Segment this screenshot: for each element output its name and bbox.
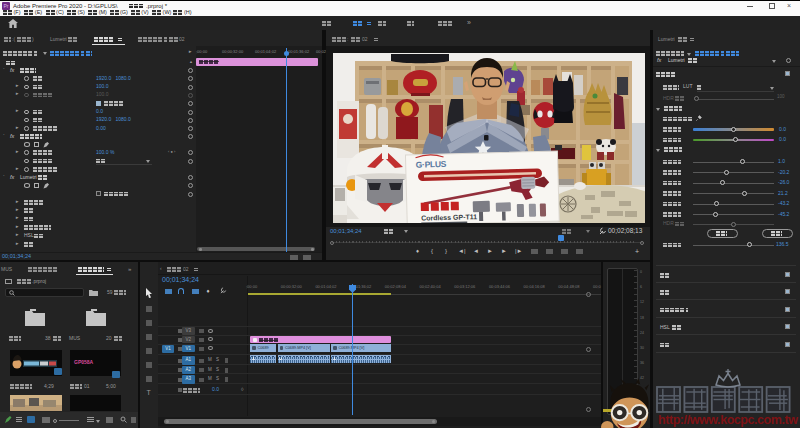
svg-text:G·PLUS: G·PLUS: [416, 159, 447, 170]
svg-text:Cordless GP-T11: Cordless GP-T11: [421, 213, 477, 221]
svg-text:http://www.kocpc.com.tw: http://www.kocpc.com.tw: [658, 413, 798, 427]
